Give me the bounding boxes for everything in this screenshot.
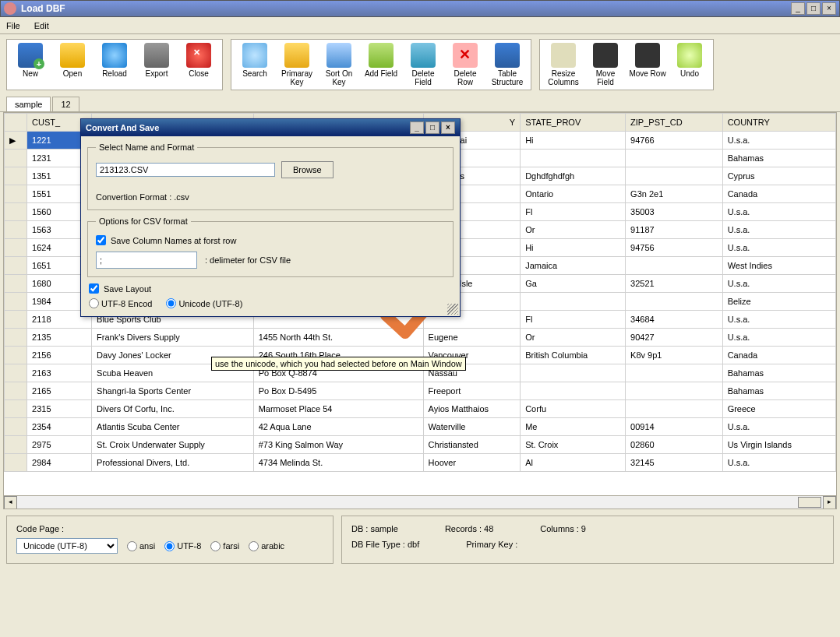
cell[interactable] <box>626 382 723 400</box>
menu-edit[interactable]: Edit <box>34 21 49 30</box>
cell[interactable]: G3n 2e1 <box>626 185 723 203</box>
maximize-button[interactable]: □ <box>806 2 821 15</box>
delf-button[interactable]: Delete Field <box>404 43 442 86</box>
scroll-left-button[interactable]: ◂ <box>4 496 17 509</box>
cell[interactable]: Cyprus <box>722 167 835 185</box>
close-button[interactable]: × <box>822 2 836 15</box>
cell[interactable]: 2156 <box>27 347 92 364</box>
cell[interactable]: British Columbia <box>521 347 626 364</box>
cell[interactable]: Waterville <box>423 418 521 436</box>
cell[interactable]: U.s.a. <box>722 329 835 347</box>
cell[interactable]: K8v 9p1 <box>626 347 723 364</box>
dlg-close-button[interactable]: × <box>441 121 455 134</box>
cell[interactable]: 2354 <box>27 418 92 436</box>
cell[interactable] <box>626 150 723 167</box>
cell[interactable]: St. Croix <box>521 436 626 454</box>
cell[interactable]: Hi <box>521 239 626 257</box>
pkey-button[interactable]: Primaray Key <box>278 43 316 86</box>
cell[interactable]: 2975 <box>27 436 92 454</box>
cell[interactable]: Po Box D-5495 <box>253 382 423 400</box>
radio-utf8-encod[interactable]: UTF-8 Encod <box>89 298 152 308</box>
cell[interactable]: Ga <box>521 275 626 293</box>
cell[interactable] <box>626 293 723 311</box>
table-row[interactable]: 2354Atlantis Scuba Center42 Aqua LaneWat… <box>5 418 836 436</box>
cell[interactable] <box>521 150 626 167</box>
cell[interactable]: 00914 <box>626 418 723 436</box>
reload-button[interactable]: Reload <box>96 43 133 86</box>
cell[interactable]: Us Virgin Islands <box>722 436 835 454</box>
cell[interactable]: Divers Of Corfu, Inc. <box>92 400 254 418</box>
cell[interactable]: 2315 <box>27 400 92 418</box>
cell[interactable]: 94766 <box>626 132 723 150</box>
delr-button[interactable]: Delete Row <box>446 43 484 86</box>
cell[interactable]: U.s.a. <box>722 203 835 221</box>
cell[interactable]: U.s.a. <box>722 221 835 239</box>
table-row[interactable]: 2315Divers Of Corfu, Inc.Marmoset Place … <box>5 400 836 418</box>
menu-file[interactable]: File <box>6 21 20 30</box>
resize-grip[interactable] <box>447 304 458 315</box>
cell[interactable]: Dghdfghdfgh <box>521 167 626 185</box>
cell[interactable]: Jamaica <box>521 257 626 275</box>
cell[interactable]: 02860 <box>626 436 723 454</box>
cell[interactable]: Ontario <box>521 185 626 203</box>
cell[interactable]: Fl <box>521 203 626 221</box>
cell[interactable]: Ayios Matthaios <box>423 400 521 418</box>
cell[interactable]: 2984 <box>27 454 92 472</box>
cell[interactable]: 94756 <box>626 239 723 257</box>
cell[interactable]: Canada <box>722 185 835 203</box>
filename-input[interactable] <box>96 163 275 177</box>
cell[interactable]: Fl <box>521 311 626 329</box>
cell[interactable] <box>626 167 723 185</box>
table-row[interactable]: 2165Shangri-la Sports CenterPo Box D-549… <box>5 382 836 400</box>
cell[interactable] <box>626 257 723 275</box>
cell[interactable]: U.s.a. <box>722 418 835 436</box>
export-button[interactable]: Export <box>138 43 175 86</box>
radio-utf8[interactable]: UTF-8 <box>164 541 201 551</box>
radio-arabic[interactable]: arabic <box>249 541 284 551</box>
cell[interactable]: 91187 <box>626 221 723 239</box>
table-row[interactable]: 2984Professional Divers, Ltd.4734 Melind… <box>5 454 836 472</box>
dlg-maximize-button[interactable]: □ <box>425 121 439 134</box>
cell[interactable]: 35003 <box>626 203 723 221</box>
chk-save-layout[interactable]: Save Layout <box>89 283 151 294</box>
scroll-thumb[interactable] <box>798 497 821 508</box>
cell[interactable]: 42 Aqua Lane <box>253 418 423 436</box>
close-button[interactable]: Close <box>180 43 217 86</box>
delimiter-input[interactable] <box>96 252 197 269</box>
cell[interactable]: Canada <box>722 347 835 364</box>
cell[interactable]: Atlantis Scuba Center <box>92 418 254 436</box>
dlg-minimize-button[interactable]: _ <box>410 121 424 134</box>
cell[interactable]: Bahamas <box>722 364 835 382</box>
chk-save-colnames[interactable]: Save Column Names at forst row <box>96 235 445 245</box>
cell[interactable]: Christiansted <box>423 436 521 454</box>
radio-farsi[interactable]: farsi <box>210 541 239 551</box>
cell[interactable]: 34684 <box>626 311 723 329</box>
open-button[interactable]: Open <box>54 43 91 86</box>
cell[interactable]: Belize <box>722 293 835 311</box>
radio-unicode-utf8[interactable]: Unicode (UTF-8) <box>166 298 242 308</box>
minimize-button[interactable]: _ <box>791 2 805 15</box>
radio-ansi[interactable]: ansi <box>127 541 155 551</box>
cell[interactable]: 4734 Melinda St. <box>253 454 423 472</box>
cell[interactable]: U.s.a. <box>722 275 835 293</box>
cell[interactable] <box>521 382 626 400</box>
tab-12[interactable]: 12 <box>52 97 79 111</box>
cell[interactable]: Hi <box>521 132 626 150</box>
mover-button[interactable]: Move Row <box>629 43 666 86</box>
col-header[interactable]: STATE_PROV <box>521 114 626 132</box>
cell[interactable]: 2165 <box>27 382 92 400</box>
cell[interactable]: 90427 <box>626 329 723 347</box>
cell[interactable]: Freeport <box>423 382 521 400</box>
browse-button[interactable]: Browse <box>281 161 334 178</box>
cell[interactable] <box>521 364 626 382</box>
new-button[interactable]: New <box>12 43 49 86</box>
cell[interactable]: Bahamas <box>722 382 835 400</box>
search-button[interactable]: Search <box>236 43 274 86</box>
cell[interactable] <box>626 400 723 418</box>
cell[interactable] <box>626 364 723 382</box>
tab-sample[interactable]: sample <box>6 97 51 111</box>
cell[interactable]: U.s.a. <box>722 454 835 472</box>
undo-button[interactable]: Undo <box>671 43 708 86</box>
cell[interactable]: Corfu <box>521 400 626 418</box>
struct-button[interactable]: Table Structure <box>489 43 526 86</box>
